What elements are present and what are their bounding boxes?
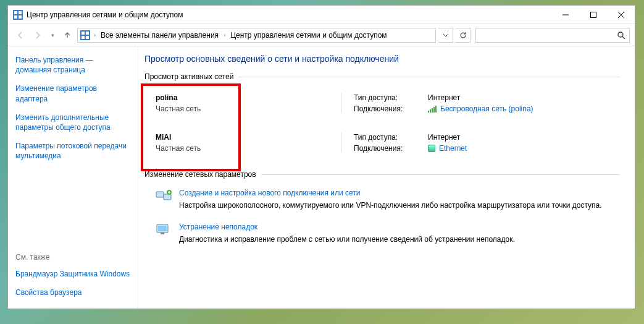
search-input[interactable]	[475, 28, 630, 43]
address-bar[interactable]: › Все элементы панели управления › Центр…	[77, 28, 436, 43]
main-content: Просмотр основных сведений о сети и наст…	[138, 46, 635, 309]
history-dropdown[interactable]: ▾	[48, 28, 57, 43]
access-type-label: Тип доступа:	[354, 133, 428, 142]
svg-rect-16	[156, 192, 164, 197]
task-link[interactable]: Устранение неполадок	[179, 223, 515, 231]
network-info: Тип доступа: Интернет Подключения: Ether…	[330, 127, 620, 166]
sidebar-link-firewall[interactable]: Брандмауэр Защитника Windows	[15, 269, 130, 279]
svg-rect-4	[19, 15, 22, 19]
network-info: Тип доступа: Интернет Подключения: Беспр…	[330, 87, 620, 127]
refresh-button[interactable]	[456, 28, 470, 43]
sidebar-link-adapter[interactable]: Изменение параметров адаптера	[15, 83, 130, 103]
svg-rect-17	[164, 194, 171, 200]
minimize-button[interactable]	[551, 6, 579, 23]
search-icon	[617, 31, 625, 40]
troubleshoot-icon	[156, 223, 173, 237]
window: Центр управления сетями и общим доступом…	[7, 5, 635, 309]
new-connection-icon	[156, 189, 173, 203]
network-name: MiAl	[156, 133, 330, 142]
connections-label: Подключения:	[354, 144, 428, 153]
svg-rect-10	[82, 32, 85, 35]
task-desc: Диагностика и исправление проблем с сеть…	[179, 234, 515, 244]
svg-rect-3	[14, 15, 17, 19]
svg-rect-11	[86, 32, 89, 35]
app-icon	[13, 10, 23, 20]
network-block: polina Частная сеть	[144, 87, 330, 127]
connection-link-ethernet[interactable]: Ethernet	[428, 144, 620, 153]
page-heading: Просмотр основных сведений о сети и наст…	[144, 54, 620, 64]
svg-rect-2	[19, 11, 22, 14]
ethernet-icon	[428, 145, 435, 152]
task-troubleshoot: Устранение неполадок Диагностика и испра…	[144, 219, 620, 253]
connection-link-wifi[interactable]: Беспроводная сеть (polina)	[428, 104, 620, 113]
sidebar: Панель управления — домашняя страница Из…	[8, 46, 138, 309]
control-panel-home-link[interactable]: Панель управления — домашняя страница	[15, 55, 130, 75]
svg-point-14	[618, 32, 623, 37]
svg-rect-12	[82, 36, 85, 39]
window-title: Центр управления сетями и общим доступом	[27, 11, 551, 19]
access-type-label: Тип доступа:	[354, 93, 428, 102]
task-desc: Настройка широкополосного, коммутируемог…	[179, 200, 602, 210]
svg-rect-13	[86, 36, 89, 39]
up-button[interactable]	[60, 28, 75, 43]
network-type: Частная сеть	[156, 104, 330, 113]
svg-rect-1	[14, 11, 17, 14]
forward-button[interactable]	[30, 28, 45, 43]
sidebar-link-sharing[interactable]: Изменить дополнительные параметры общего…	[15, 113, 130, 132]
svg-rect-21	[161, 232, 164, 234]
task-link[interactable]: Создание и настройка нового подключения …	[179, 189, 602, 197]
breadcrumb-sep-icon[interactable]: ›	[222, 32, 227, 38]
network-block: MiAl Частная сеть	[144, 127, 330, 166]
network-type: Частная сеть	[156, 144, 330, 153]
network-name: polina	[156, 93, 330, 102]
titlebar: Центр управления сетями и общим доступом	[8, 6, 635, 24]
close-button[interactable]	[607, 6, 635, 23]
toolbar: ▾ › Все элементы панели управления › Цен…	[8, 24, 635, 46]
maximize-button[interactable]	[579, 6, 607, 23]
svg-line-15	[622, 36, 625, 39]
breadcrumb-item[interactable]: Центр управления сетями и общим доступом	[229, 31, 388, 40]
svg-rect-20	[158, 226, 167, 231]
access-type-value: Интернет	[428, 133, 620, 142]
section-active-networks: Просмотр активных сетей	[144, 72, 620, 81]
breadcrumb-item[interactable]: Все элементы панели управления	[99, 31, 220, 40]
sidebar-link-browser[interactable]: Свойства браузера	[15, 288, 130, 297]
sidebar-link-streaming[interactable]: Параметры потоковой передачи мультимедиа	[15, 141, 130, 161]
access-type-value: Интернет	[428, 93, 620, 102]
address-dropdown[interactable]	[438, 28, 453, 43]
task-new-connection: Создание и настройка нового подключения …	[144, 185, 620, 219]
svg-rect-6	[590, 12, 596, 17]
connections-label: Подключения:	[354, 104, 428, 113]
control-panel-icon	[80, 30, 90, 40]
back-button[interactable]	[13, 28, 28, 43]
breadcrumb-sep-icon[interactable]: ›	[93, 32, 97, 38]
section-change-settings: Изменение сетевых параметров	[144, 170, 620, 179]
wifi-signal-icon	[428, 105, 437, 113]
see-also-label: См. также	[15, 253, 130, 262]
